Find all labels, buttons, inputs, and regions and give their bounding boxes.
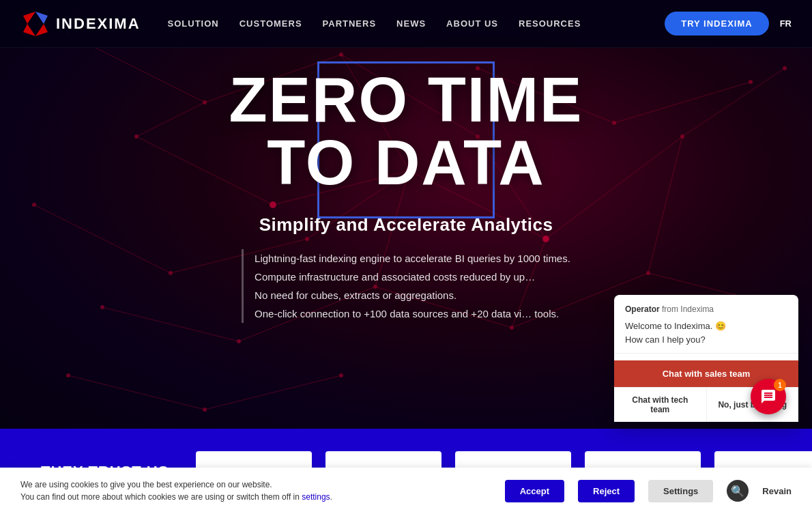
hero-title-wrap: ZERO TIME TO DATA [229,68,583,194]
svg-point-28 [339,53,343,57]
chat-notification-badge: 1 [774,379,786,391]
svg-marker-56 [23,24,35,36]
hero-content: ZERO TIME TO DATA Simplify and Accelerat… [0,68,812,323]
svg-point-47 [66,373,70,377]
cookie-banner: We are using cookies to give you the bes… [0,468,812,514]
try-indexima-button[interactable]: TRY INDEXIMA [665,12,768,35]
chat-welcome-message: Welcome to Indexima. 😊 How can I help yo… [625,319,787,346]
hero-title: ZERO TIME TO DATA [229,68,583,194]
svg-marker-57 [35,24,48,36]
svg-line-18 [205,375,341,410]
svg-point-48 [203,408,207,412]
logo[interactable]: INDEXIMA [20,9,141,39]
chat-tech-button[interactable]: Chat with tech team [614,388,707,422]
chat-operator-info: Operator from Indexima [625,304,787,314]
hero-description: Lightning-fast indexing engine to accele… [242,249,570,323]
chat-header: Operator from Indexima Welcome to Indexi… [614,295,798,354]
brand-name: INDEXIMA [56,15,141,33]
nav-resources[interactable]: RESOURCES [519,18,581,29]
language-switcher[interactable]: FR [780,18,792,29]
revain-cookie-label: Revain [762,486,792,496]
nav-news[interactable]: NEWS [396,18,426,29]
svg-marker-55 [35,12,48,24]
nav-solution[interactable]: SOLUTION [168,18,219,29]
cookie-accept-button[interactable]: Accept [505,480,564,502]
svg-point-44 [510,326,514,330]
nav-links: SOLUTION CUSTOMERS PARTNERS NEWS ABOUT U… [168,18,665,29]
chat-icon [760,388,777,405]
chat-fab-button[interactable]: 1 [751,379,786,414]
cookie-settings-button[interactable]: Settings [648,480,713,502]
nav-about[interactable]: ABOUT US [446,18,498,29]
svg-line-17 [68,375,205,410]
svg-point-42 [237,339,241,343]
nav-partners[interactable]: PARTNERS [323,18,377,29]
svg-marker-54 [23,12,35,24]
nav-customers[interactable]: CUSTOMERS [240,18,302,29]
cookie-settings-link[interactable]: settings [302,492,330,502]
svg-point-49 [339,373,343,377]
search-icon[interactable]: 🔍 [727,480,749,502]
cookie-text: We are using cookies to give you the bes… [20,479,491,503]
revain-label: Revain [767,450,798,461]
navbar: INDEXIMA SOLUTION CUSTOMERS PARTNERS NEW… [0,0,812,48]
cookie-reject-button[interactable]: Reject [578,480,635,502]
logo-icon [20,9,50,39]
